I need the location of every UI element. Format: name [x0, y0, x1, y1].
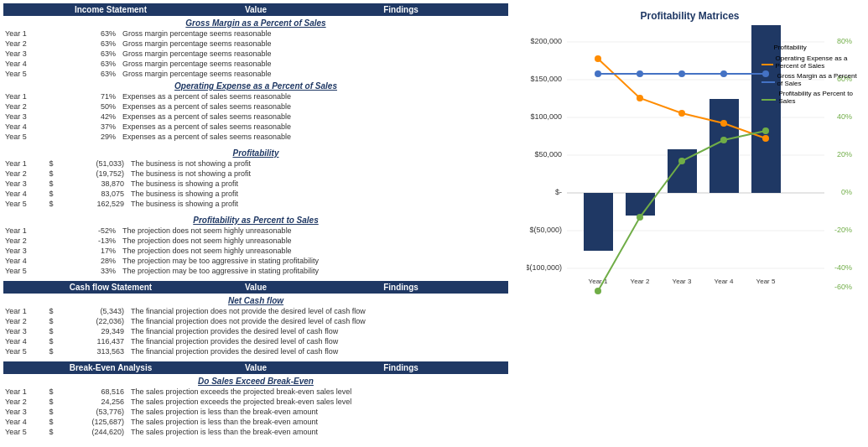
- svg-point-31: [762, 135, 769, 142]
- legend-opex: Operating Expense as a Percent of Sales: [761, 55, 862, 70]
- legend-profitability-icon: [761, 42, 772, 52]
- svg-point-30: [720, 120, 727, 127]
- income-value-col: Value: [218, 3, 294, 16]
- table-row: Year 2$24,256The sales projection exceed…: [3, 397, 508, 407]
- table-row: Year 250%Expenses as a percent of sales …: [3, 101, 508, 112]
- svg-point-28: [637, 95, 643, 101]
- legend-gm-icon: [761, 81, 775, 83]
- table-row: Year 5$313,563The financial projection p…: [3, 346, 508, 356]
- table-row: Year 5$162,529The business is showing a …: [3, 199, 508, 209]
- svg-text:$50,000: $50,000: [534, 150, 562, 159]
- legend-pct-label: Profitability as Percent to Sales: [778, 90, 861, 105]
- svg-point-39: [678, 158, 685, 164]
- do-sales-exceed-header: Do Sales Exceed Break-Even: [3, 374, 508, 387]
- breakeven-section: Break-Even Analysis Value Findings Do Sa…: [3, 361, 508, 437]
- income-statement-section: Income Statement Value Findings Gross Ma…: [3, 3, 508, 276]
- profitability-header: Profitability: [3, 142, 508, 159]
- svg-text:0%: 0%: [840, 188, 851, 196]
- bar-year4: [709, 99, 739, 193]
- table-row: Year 363%Gross margin percentage seems r…: [3, 49, 508, 59]
- svg-text:$200,000: $200,000: [530, 37, 562, 45]
- svg-point-37: [595, 288, 601, 294]
- table-row: Year 563%Gross margin percentage seems r…: [3, 69, 508, 79]
- svg-text:40%: 40%: [836, 112, 851, 121]
- table-row: Year 4$83,075The business is showing a p…: [3, 189, 508, 199]
- gross-margin-header: Gross Margin as a Percent of Sales: [3, 16, 508, 29]
- breakeven-value-col: Value: [218, 361, 294, 374]
- cashflow-title: Cash flow Statement: [3, 281, 218, 294]
- table-row: Year 3$(53,776)The sales projection is l…: [3, 407, 508, 417]
- legend-pct: Profitability as Percent to Sales: [761, 90, 862, 105]
- profitability-pct-rows: Year 1-52%The projection does not seem h…: [3, 226, 508, 276]
- svg-point-32: [595, 70, 601, 77]
- chart-title: Profitability Matrices: [515, 10, 865, 22]
- table-row: Year 529%Expenses as a percent of sales …: [3, 132, 508, 142]
- table-row: Year 428%The projection may be too aggre…: [3, 256, 508, 266]
- table-row: Year 2$(22,036)The financial projection …: [3, 316, 508, 326]
- table-row: Year 1$(51,033)The business is not showi…: [3, 159, 508, 169]
- breakeven-header: Break-Even Analysis Value Findings: [3, 361, 508, 374]
- svg-point-29: [678, 110, 685, 117]
- svg-text:-20%: -20%: [834, 226, 851, 234]
- svg-text:Year 5: Year 5: [756, 278, 775, 285]
- income-findings-col: Findings: [294, 3, 508, 16]
- table-row: Year 3$29,349The financial projection pr…: [3, 326, 508, 336]
- cashflow-section: Cash flow Statement Value Findings Net C…: [3, 281, 508, 356]
- cashflow-findings-col: Findings: [294, 281, 508, 294]
- table-row: Year 2-13%The projection does not seem h…: [3, 236, 508, 246]
- table-row: Year 317%The projection does not seem hi…: [3, 246, 508, 256]
- legend-gm: Gross Margin as a Percent of Sales: [761, 72, 862, 87]
- cashflow-header: Cash flow Statement Value Findings: [3, 281, 508, 294]
- svg-point-35: [720, 70, 727, 77]
- table-row: Year 1-52%The projection does not seem h…: [3, 226, 508, 236]
- svg-point-40: [720, 137, 727, 143]
- table-row: Year 342%Expenses as a percent of sales …: [3, 112, 508, 122]
- table-row: Year 5$(244,620)The sales projection is …: [3, 427, 508, 437]
- chart-legend: Profitability Operating Expense as a Per…: [761, 42, 862, 107]
- svg-text:$(100,000): $(100,000): [527, 263, 562, 272]
- svg-text:Year 2: Year 2: [630, 278, 649, 285]
- net-cashflow-header: Net Cash flow: [3, 294, 508, 306]
- breakeven-title: Break-Even Analysis: [3, 361, 218, 374]
- gross-margin-rows: Year 163%Gross margin percentage seems r…: [3, 29, 508, 79]
- svg-text:-40%: -40%: [834, 263, 851, 272]
- table-row: Year 163%Gross margin percentage seems r…: [3, 29, 508, 39]
- profitability-rows: Year 1$(51,033)The business is not showi…: [3, 159, 508, 209]
- svg-text:$150,000: $150,000: [530, 75, 562, 83]
- table-row: Year 1$68,516The sales projection exceed…: [3, 387, 508, 397]
- legend-profitability: Profitability: [761, 42, 862, 52]
- operating-expense-rows: Year 171%Expenses as a percent of sales …: [3, 91, 508, 142]
- svg-text:20%: 20%: [836, 150, 851, 159]
- legend-opex-icon: [761, 64, 773, 65]
- income-statement-header: Income Statement Value Findings: [3, 3, 508, 16]
- table-row: Year 463%Gross margin percentage seems r…: [3, 59, 508, 69]
- table-row: Year 1$(5,343)The financial projection d…: [3, 306, 508, 316]
- svg-text:Year 4: Year 4: [714, 278, 733, 285]
- svg-point-41: [762, 127, 769, 134]
- table-row: Year 2$(19,752)The business is not showi…: [3, 169, 508, 179]
- legend-profitability-label: Profitability: [774, 44, 807, 51]
- cashflow-rows: Year 1$(5,343)The financial projection d…: [3, 306, 508, 356]
- chart-area: $200,000 $150,000 $100,000 $50,000 $- $(…: [527, 25, 854, 302]
- svg-point-27: [595, 55, 601, 62]
- svg-text:-60%: -60%: [834, 283, 851, 291]
- table-row: Year 171%Expenses as a percent of sales …: [3, 91, 508, 101]
- table-row: Year 3$38,870The business is showing a p…: [3, 179, 508, 189]
- breakeven-findings-col: Findings: [294, 361, 508, 374]
- svg-text:$(50,000): $(50,000): [529, 226, 562, 234]
- income-statement-title: Income Statement: [3, 3, 218, 16]
- left-panel: Income Statement Value Findings Gross Ma…: [0, 0, 512, 447]
- right-panel: Profitability Matrices $200,000 $150,000…: [512, 0, 868, 447]
- svg-text:$100,000: $100,000: [530, 112, 562, 121]
- table-row: Year 4$116,437The financial projection p…: [3, 336, 508, 346]
- table-row: Year 263%Gross margin percentage seems r…: [3, 39, 508, 49]
- svg-point-38: [637, 214, 643, 221]
- svg-point-34: [678, 70, 685, 77]
- cashflow-value-col: Value: [218, 281, 294, 294]
- table-row: Year 4$(125,687)The sales projection is …: [3, 417, 508, 427]
- legend-pct-icon: [761, 99, 777, 101]
- svg-text:$-: $-: [554, 188, 561, 196]
- breakeven-rows: Year 1$68,516The sales projection exceed…: [3, 387, 508, 437]
- svg-text:Year 3: Year 3: [672, 278, 691, 285]
- table-row: Year 437%Expenses as a percent of sales …: [3, 122, 508, 132]
